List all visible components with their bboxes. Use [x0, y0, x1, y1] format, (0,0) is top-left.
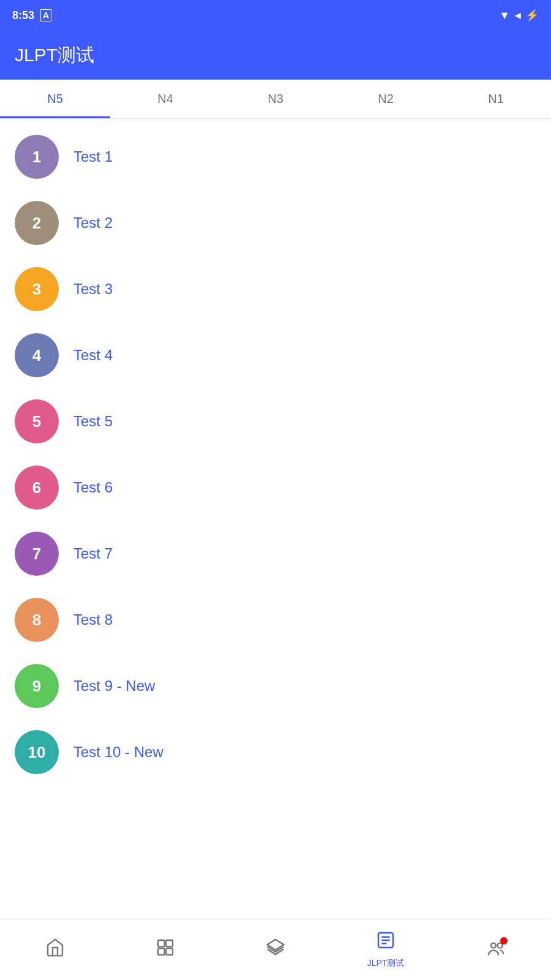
app-title: JLPT测试 — [15, 43, 94, 68]
test-label-1: Test 1 — [73, 148, 113, 165]
jlpt-icon — [376, 930, 395, 954]
wifi-icon: ▼ — [499, 9, 510, 22]
test-label-8: Test 8 — [73, 611, 113, 628]
app-bar: JLPT测试 — [0, 31, 551, 80]
svg-rect-1 — [166, 940, 173, 947]
test-label-3: Test 3 — [73, 281, 113, 298]
test-badge-6: 6 — [15, 466, 59, 510]
signal-icon: ◂ — [515, 9, 520, 22]
profile-icon-wrapper — [486, 939, 506, 961]
home-icon — [45, 938, 65, 962]
nav-home[interactable] — [0, 919, 110, 980]
svg-rect-2 — [158, 948, 165, 955]
battery-icon: ⚡ — [525, 9, 539, 22]
test-label-4: Test 4 — [73, 347, 113, 364]
test-badge-3: 3 — [15, 267, 59, 311]
status-bar: 8:53 A ▼ ◂ ⚡ — [0, 0, 551, 31]
tab-bar[interactable]: N5 N4 N3 N2 N1 — [0, 80, 551, 119]
test-label-2: Test 2 — [73, 214, 113, 232]
content-area: 1Test 12Test 23Test 34Test 45Test 56Test… — [0, 119, 551, 919]
test-item[interactable]: 9Test 9 - New — [0, 653, 551, 719]
tab-n4[interactable]: N4 — [110, 80, 220, 118]
tab-n1[interactable]: N1 — [441, 80, 551, 118]
svg-rect-3 — [166, 948, 173, 955]
nav-layers[interactable] — [220, 919, 331, 980]
test-badge-10: 10 — [15, 730, 59, 774]
test-item[interactable]: 5Test 5 — [0, 388, 551, 454]
nav-profile[interactable] — [441, 919, 551, 980]
notification-dot — [500, 937, 508, 944]
test-list: 1Test 12Test 23Test 34Test 45Test 56Test… — [0, 119, 551, 790]
nav-translate[interactable] — [110, 919, 220, 980]
test-item[interactable]: 1Test 1 — [0, 124, 551, 190]
test-label-9: Test 9 - New — [73, 677, 155, 695]
test-item[interactable]: 10Test 10 - New — [0, 719, 551, 785]
nav-jlpt[interactable]: JLPT测试 — [331, 919, 441, 980]
test-badge-8: 8 — [15, 598, 59, 642]
test-label-7: Test 7 — [73, 545, 113, 562]
test-badge-7: 7 — [15, 532, 59, 576]
keyboard-icon: A — [40, 9, 51, 21]
test-item[interactable]: 2Test 2 — [0, 190, 551, 256]
tab-n5[interactable]: N5 — [0, 80, 110, 118]
test-badge-5: 5 — [15, 399, 59, 443]
test-item[interactable]: 3Test 3 — [0, 256, 551, 322]
test-badge-2: 2 — [15, 201, 59, 245]
status-bar-left: 8:53 A — [12, 9, 51, 22]
test-item[interactable]: 8Test 8 — [0, 587, 551, 653]
test-badge-9: 9 — [15, 664, 59, 708]
test-item[interactable]: 7Test 7 — [0, 521, 551, 587]
svg-point-9 — [491, 943, 496, 948]
test-badge-4: 4 — [15, 333, 59, 377]
svg-rect-0 — [158, 940, 165, 947]
test-label-10: Test 10 - New — [73, 744, 163, 761]
tab-n2[interactable]: N2 — [331, 80, 441, 118]
nav-jlpt-label: JLPT测试 — [367, 958, 405, 969]
status-bar-right: ▼ ◂ ⚡ — [499, 9, 539, 22]
layers-icon — [266, 938, 285, 962]
test-label-5: Test 5 — [73, 413, 113, 430]
bottom-nav: JLPT测试 — [0, 919, 551, 980]
translate-icon — [156, 938, 175, 962]
test-item[interactable]: 6Test 6 — [0, 454, 551, 521]
test-badge-1: 1 — [15, 135, 59, 179]
test-item[interactable]: 4Test 4 — [0, 322, 551, 388]
status-time: 8:53 — [12, 9, 34, 22]
tab-n3[interactable]: N3 — [220, 80, 331, 118]
test-label-6: Test 6 — [73, 479, 113, 496]
